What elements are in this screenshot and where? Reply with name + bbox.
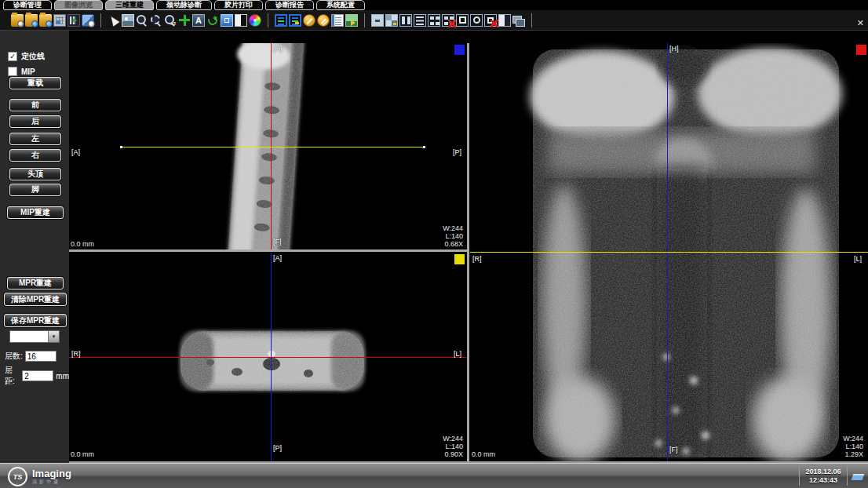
head-view-button[interactable]: 头顶 (9, 168, 61, 180)
cine-settings-icon[interactable] (289, 14, 301, 27)
tab-3d-reconstruction[interactable]: 三维重建 (105, 0, 154, 10)
layer-count-row: 层数: (5, 351, 57, 362)
mip-rebuild-button[interactable]: MIP重建 (7, 206, 64, 219)
mpr-series-select[interactable]: ▼ (9, 330, 60, 343)
zoom-2x-icon[interactable]: x2 (164, 14, 177, 27)
import-images-icon[interactable] (67, 14, 80, 27)
measure-pencil-icon[interactable] (303, 14, 315, 27)
layer-count-input[interactable] (25, 351, 57, 362)
panel-color-tag-red (856, 45, 866, 55)
tab-film-print[interactable]: 胶片打印 (214, 0, 263, 10)
close-icon[interactable]: ✕ (857, 19, 864, 27)
layer-spacing-row: 层距: mm (5, 365, 69, 387)
viewport-axial[interactable]: [A] [R] [L] [P] 0.0 mm W:244 L:140 0.90X (69, 253, 466, 461)
orientation-label-bottom: [P] (273, 444, 282, 452)
slice-distance-readout: 0.0 mm (71, 450, 94, 458)
panel-color-tag-blue (454, 45, 465, 55)
toolbar-separator (268, 13, 268, 27)
save-mpr-button[interactable]: 保存MPR重建 (4, 314, 67, 327)
roi-ellipse-icon[interactable] (470, 14, 483, 27)
layout-single-icon[interactable] (371, 14, 384, 27)
fit-to-screen-icon[interactable] (221, 14, 233, 27)
layout-two-column-icon[interactable] (399, 14, 412, 27)
layout-grid-2x2-icon[interactable] (428, 14, 440, 27)
toolbar-separator (100, 13, 101, 27)
mpr-rebuild-button[interactable]: MPR重建 (7, 277, 64, 290)
refresh-reset-icon[interactable] (206, 14, 219, 27)
foot-view-button[interactable]: 脚 (9, 184, 61, 196)
export-image-icon[interactable] (345, 14, 358, 27)
left-view-button[interactable]: 左 (9, 133, 61, 145)
tab-diagnosis-report[interactable]: 诊断报告 (265, 0, 314, 10)
right-view-button[interactable]: 右 (9, 149, 61, 162)
viewport-area: [H] [A] [P] [F] 0.0 mm W:244 L:140 0.68X (69, 31, 868, 463)
slice-distance-readout: 0.0 mm (71, 240, 94, 248)
crosshair-horizontal-yellow-line[interactable] (470, 252, 868, 253)
panel-color-tag-yellow (454, 254, 465, 264)
orientation-label-left: [A] (71, 148, 80, 156)
layer-count-label: 层数: (5, 351, 23, 362)
window-level-icon[interactable] (122, 14, 134, 27)
checkbox-unchecked-icon (8, 67, 17, 76)
compare-split-icon[interactable] (498, 14, 511, 27)
roi-delete-icon[interactable] (484, 14, 497, 27)
window-value: W:244 (843, 435, 863, 442)
level-value: L:140 (443, 442, 463, 450)
tab-system-config[interactable]: 系统配置 (316, 0, 365, 10)
open-patient-folder-icon[interactable] (25, 14, 38, 27)
cascade-windows-icon[interactable] (512, 14, 525, 27)
measure-tools-icon[interactable] (317, 14, 330, 27)
viewport-coronal[interactable]: [H] [R] [L] [F] 0.0 mm W:244 L:140 1.29X (470, 43, 868, 461)
layout-custom-icon[interactable] (385, 14, 398, 27)
back-view-button[interactable]: 后 (9, 115, 61, 128)
dicom-browser-icon[interactable] (53, 14, 66, 27)
tab-carotid-diagnosis[interactable]: 颈动脉诊断 (156, 0, 212, 10)
cine-loop-icon[interactable] (275, 14, 287, 27)
zoom-in-icon[interactable] (136, 14, 148, 27)
color-palette-icon[interactable] (249, 14, 261, 27)
orientation-label-right: [L] (854, 255, 862, 263)
mip-checkbox[interactable]: MIP (8, 67, 35, 76)
brand-subtitle: 清影华康 (32, 479, 71, 485)
tool-bar: x2 A (0, 10, 868, 31)
orientation-label-bottom: [F] (669, 446, 678, 453)
localizer-line-label: 定位线 (21, 51, 45, 62)
orientation-label-left: [R] (472, 255, 482, 263)
pan-move-icon[interactable] (178, 14, 191, 27)
crosshair-horizontal-yellow-line[interactable] (122, 147, 424, 147)
cursor-select-icon[interactable] (108, 14, 120, 27)
chevron-down-icon: ▼ (48, 331, 59, 342)
layout-clear-icon[interactable] (442, 14, 454, 27)
tab-image-browse[interactable]: 图像浏览 (54, 0, 103, 10)
window-level-readout: W:244 L:140 1.29X (843, 435, 863, 458)
open-series-folder-icon[interactable] (39, 14, 52, 27)
slice-distance-readout: 0.0 mm (472, 450, 495, 458)
report-document-icon[interactable] (331, 14, 344, 27)
zoom-factor: 1.29X (843, 450, 863, 458)
layer-spacing-label: 层距: (5, 365, 20, 387)
invert-display-icon[interactable] (235, 14, 247, 27)
panel-divider-vertical[interactable] (467, 43, 469, 461)
roi-rectangle-icon[interactable] (456, 14, 469, 27)
front-view-button[interactable]: 前 (9, 99, 61, 111)
panel-divider-horizontal[interactable] (69, 249, 469, 252)
status-bar: TS Imaging 清影华康 2018.12.06 12:43:43 (0, 463, 868, 488)
volume-3d-rebuild-icon[interactable] (82, 14, 94, 27)
window-value: W:244 (443, 435, 463, 442)
crosshair-horizontal-red-line[interactable] (69, 357, 466, 358)
localizer-line-checkbox[interactable]: ✓ 定位线 (8, 51, 45, 62)
toolbar-separator (531, 13, 532, 27)
brand-block: TS Imaging 清影华康 (8, 467, 71, 486)
open-study-folder-icon[interactable] (11, 14, 24, 27)
clear-mpr-button[interactable]: 清除MPR重建 (4, 293, 67, 306)
checkbox-checked-icon: ✓ (8, 52, 17, 61)
reload-button[interactable]: 重载 (9, 77, 61, 89)
orientation-label-top: [A] (273, 254, 282, 262)
tab-diagnosis-management[interactable]: 诊断管理 (3, 0, 52, 10)
layer-spacing-input[interactable] (22, 370, 53, 381)
layout-three-row-icon[interactable] (414, 14, 426, 27)
zoom-region-icon[interactable] (150, 14, 162, 27)
viewport-sagittal[interactable]: [H] [A] [P] [F] 0.0 mm W:244 L:140 0.68X (69, 43, 466, 249)
brand-name: Imaging (32, 468, 71, 479)
text-annotation-icon[interactable]: A (192, 14, 205, 27)
